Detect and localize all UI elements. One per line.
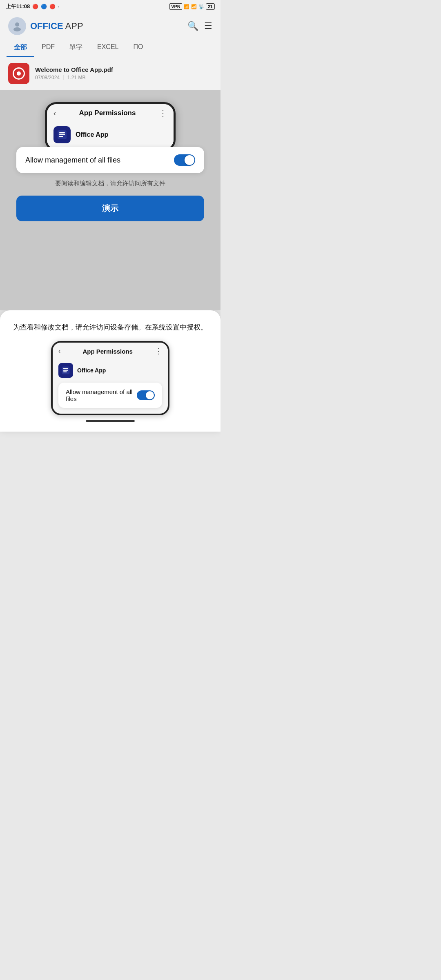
phone-app-row-top: Office App [47,122,174,149]
tab-word[interactable]: 單字 [62,39,90,57]
toggle-switch-top[interactable] [174,154,195,166]
search-icon[interactable]: 🔍 [187,21,198,31]
svg-rect-4 [59,134,65,136]
notif-icon-2: 🔵 [41,4,47,9]
toggle-label-top: Allow management of all files [25,156,120,165]
more-button-top[interactable]: ⋮ [159,108,167,118]
notif-icon-1: 🔴 [32,4,38,9]
file-info: Welcome to Office App.pdf 07/08/2024 丨 1… [35,66,113,81]
svg-rect-5 [59,136,63,137]
back-button-bottom[interactable]: ‹ [58,347,60,355]
toggle-label-bottom: Allow management of all files [66,388,137,402]
logo-area: OFFICE APP [8,17,83,35]
permissions-title-bottom: App Permissions [82,348,133,355]
vpn-label: VPN [169,3,182,10]
svg-rect-8 [63,370,68,371]
phone-mockup-bottom: ‹ App Permissions ⋮ Office App Allow man… [51,341,169,415]
main-area: ‹ App Permissions ⋮ Office App Allow man… [0,90,220,310]
status-left: 上午11:08 🔴 🔵 🔴 · [6,3,60,10]
top-nav: OFFICE APP 🔍 ☰ [0,13,220,39]
tab-pdf[interactable]: PDF [34,39,62,57]
filter-icon[interactable]: ☰ [204,21,212,31]
file-icon [8,63,29,84]
file-size: 1.21 MB [67,75,86,80]
tab-bar: 全部 PDF 單字 EXCEL ПО [0,39,220,57]
phone-app-row-bottom: Office App [53,360,168,383]
battery-icon: 21 [206,3,215,10]
notif-icon-3: 🔴 [49,4,56,9]
toggle-switch-bottom[interactable] [137,390,155,400]
file-separator: 丨 [61,75,66,80]
status-bar: 上午11:08 🔴 🔵 🔴 · VPN 📶 📶 📡 21 [0,0,220,13]
notif-dot: · [58,4,60,10]
signal-icon-1: 📶 [184,4,189,9]
tab-all[interactable]: 全部 [7,39,34,57]
demo-button[interactable]: 演示 [16,196,204,221]
nav-actions: 🔍 ☰ [187,21,212,31]
wifi-icon: 📡 [198,4,204,9]
permissions-title-top: App Permissions [79,109,136,117]
svg-rect-7 [63,368,68,369]
bottom-sheet-text: 为查看和修改文档，请允许访问设备存储。在系统设置中授权。 [10,322,211,333]
back-button-top[interactable]: ‹ [53,109,56,118]
phone-header-bottom: ‹ App Permissions ⋮ [53,343,168,360]
file-icon-dot [17,71,21,76]
bottom-indicator-bar [86,420,135,422]
file-name: Welcome to Office App.pdf [35,66,113,73]
phone-app-icon-bottom [58,363,73,378]
toggle-card-bottom: Allow management of all files [58,383,162,408]
svg-rect-3 [59,132,65,134]
tab-excel[interactable]: EXCEL [90,39,126,57]
phone-app-name-top: Office App [76,131,108,138]
app-title: OFFICE APP [30,21,83,31]
file-meta: 07/08/2024 丨 1.21 MB [35,74,113,81]
toggle-card-top: Allow management of all files [16,147,204,173]
more-button-bottom[interactable]: ⋮ [155,347,162,356]
phone-header-top: ‹ App Permissions ⋮ [47,104,174,122]
avatar[interactable] [8,17,26,35]
instruction-text: 要阅读和编辑文档，请允许访问所有文件 [55,180,165,187]
title-office: OFFICE [30,21,63,31]
phone-mockup-top: ‹ App Permissions ⋮ Office App [45,102,176,151]
svg-rect-9 [63,372,67,372]
status-right: VPN 📶 📶 📡 21 [169,3,215,10]
svg-point-1 [13,27,21,31]
bottom-sheet: 为查看和修改文档，请允许访问设备存储。在系统设置中授权。 ‹ App Permi… [0,310,220,432]
file-list-item[interactable]: Welcome to Office App.pdf 07/08/2024 丨 1… [0,57,220,90]
title-app: APP [63,21,83,31]
status-time: 上午11:08 [6,3,30,10]
phone-app-name-bottom: Office App [77,367,106,374]
file-icon-inner [13,67,25,80]
svg-point-0 [15,22,19,27]
file-date: 07/08/2024 [35,75,60,80]
tab-more[interactable]: ПО [126,39,150,57]
signal-icon-2: 📶 [191,4,197,9]
phone-app-icon-top [53,126,71,143]
